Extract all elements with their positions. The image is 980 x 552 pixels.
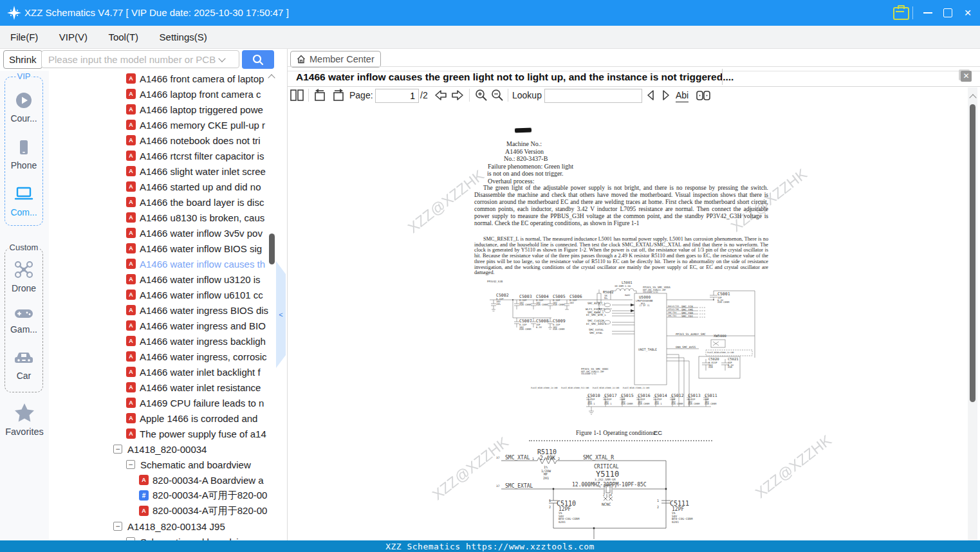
collapse-minus-icon[interactable]: − — [113, 445, 122, 454]
tree-item-label: A1466 front camera of laptop — [140, 73, 264, 84]
schematic-label: 6.3V — [536, 326, 542, 329]
toolbar-separator — [508, 89, 508, 102]
tree-item[interactable]: AA1466 slight water inlet scree — [49, 163, 287, 179]
page-number-input[interactable] — [375, 89, 419, 103]
zoom-out-icon[interactable] — [490, 88, 504, 102]
sidebar-item-phone[interactable]: Phone — [5, 138, 42, 170]
tree-item[interactable]: A820-00034-A可用于820-00 — [49, 503, 287, 519]
close-button[interactable]: × — [957, 0, 979, 26]
pdf-file-icon: A — [126, 413, 136, 423]
lookup-input[interactable] — [544, 89, 642, 103]
tree-item[interactable]: AA1466 water inflow u3120 is — [49, 271, 287, 287]
shrink-button[interactable]: Shrink — [3, 50, 42, 69]
tree-item[interactable]: AA1466 memory CKE pull-up r — [49, 117, 287, 133]
pdf-file-icon: A — [126, 336, 136, 346]
find-previous-icon[interactable] — [645, 88, 656, 102]
tree-item[interactable]: −Schematic and boardview — [49, 457, 287, 472]
tree-item-label: A1466 memory CKE pull-up r — [140, 120, 265, 131]
search-button[interactable] — [242, 50, 274, 69]
pdf-scrollbar-thumb[interactable] — [970, 104, 975, 402]
tree-item[interactable]: AA1466 water inlet resistance — [49, 380, 287, 395]
status-bar: XZZ Schematics https://www.xzztools.com — [0, 540, 980, 552]
pdf-file-icon: A — [126, 120, 136, 130]
tree-item[interactable]: AA1466 water inflow u6101 cc — [49, 287, 287, 302]
scroll-up-icon[interactable] — [969, 94, 976, 101]
rotate-left-icon[interactable] — [313, 88, 328, 102]
schematic-label: X5R-CERM — [553, 328, 564, 331]
pdf-viewer[interactable]: XZZ@XZZHK XZZ@XZZHK XZZ@XZZHK XZZ@XZZHK … — [288, 104, 968, 540]
find-next-icon[interactable] — [660, 88, 672, 102]
tree-item[interactable]: AA1466 water ingress backligh — [49, 333, 287, 349]
tree-item[interactable]: AA1466 the board layer is disc — [49, 194, 287, 210]
tree-item[interactable]: AApple 1466 is corroded and — [49, 410, 287, 426]
menu-tool[interactable]: Tool(T) — [108, 26, 138, 48]
tree-item-label: A1466 water inflow u6101 cc — [140, 290, 263, 300]
previous-page-icon[interactable] — [434, 88, 448, 102]
doc-paragraph-2: SMC_RESET_L is normal, The measured indu… — [474, 237, 768, 276]
tree-scrollbar-thumb[interactable] — [269, 234, 275, 264]
sidebar-item-game[interactable]: Gam... — [5, 306, 42, 335]
sidebar-item-car[interactable]: Car — [5, 350, 42, 381]
minimize-button[interactable] — [917, 0, 939, 26]
tree-item-label: A1466 slight water inlet scree — [140, 166, 266, 177]
tree-item[interactable]: AA1466 water ingress and BIO — [49, 318, 287, 333]
license-briefcase-icon[interactable] — [893, 7, 909, 20]
document-tab-title[interactable]: A1466 water inflow causes the green ligh… — [296, 68, 734, 86]
tree-item[interactable]: AA1466 notebook does not tri — [49, 133, 287, 148]
watermark: XZZ@XZZHK — [752, 432, 835, 502]
drone-icon — [14, 260, 33, 279]
sidebar-item-favorites[interactable]: Favorites — [0, 402, 49, 437]
tree-item[interactable]: AA1466 laptop triggered powe — [49, 102, 287, 117]
tree-item-label: A1466 rtcrst filter capacitor is — [140, 151, 264, 161]
search-input[interactable] — [41, 50, 239, 68]
sidebar-item-course[interactable]: Cour... — [5, 91, 42, 124]
close-document-icon[interactable]: ✕ — [961, 71, 972, 82]
menu-settings[interactable]: Settings(S) — [160, 26, 207, 48]
doc-line: Machine No.: — [506, 140, 542, 148]
two-page-view-icon[interactable] — [290, 88, 305, 102]
sidebar-item-drone[interactable]: Drone — [5, 260, 42, 293]
tree-item[interactable]: −Schematic and boardvie — [49, 534, 287, 540]
menu-vip[interactable]: VIP(V) — [59, 26, 88, 48]
tree-item[interactable]: AA1466 water ingress BIOS dis — [49, 302, 287, 318]
panel-collapse-handle[interactable]: < — [276, 261, 286, 368]
tree-item[interactable]: AA1469 CPU failure leads to n — [49, 395, 287, 410]
tree-item[interactable]: AThe power supply fuse of a14 — [49, 426, 287, 441]
tree-item[interactable]: −A1418_820-00034 — [49, 441, 287, 457]
collapse-minus-icon[interactable]: − — [126, 460, 135, 469]
tree-item[interactable]: AA1466 water inflow BIOS sig — [49, 241, 287, 256]
category-sidebar: VIP Cour... Phone Com — [0, 71, 50, 540]
schematic-label: 3.2X2.5MM-SM — [595, 479, 616, 482]
collapse-minus-icon[interactable]: − — [113, 522, 122, 531]
schematic-label: 5% — [604, 297, 607, 300]
tree-item[interactable]: AA1466 rtcrst filter capacitor is — [49, 148, 287, 163]
facing-pages-icon[interactable] — [695, 88, 712, 102]
tree-item[interactable]: A820-00034-A Boardview a — [49, 472, 287, 488]
rotate-right-icon[interactable] — [330, 88, 346, 102]
tree-item[interactable]: AA1466 water inflow causes th — [49, 256, 287, 271]
tree-item[interactable]: AA1466 u8130 is broken, caus — [49, 210, 287, 225]
tree-item[interactable]: AA1466 water inflow 3v5v pov — [49, 225, 287, 241]
schematic-label: X5R-1 — [654, 403, 661, 405]
pdf-file-icon: A — [126, 320, 136, 331]
schematic-label: NCNC — [602, 502, 611, 506]
schematic-label: SMC/TDI — [668, 315, 676, 317]
next-page-icon[interactable] — [450, 88, 465, 102]
schematic-label: X5R-1 — [604, 403, 611, 405]
tree-item[interactable]: AA1466 front camera of laptop — [49, 71, 287, 86]
tree-item[interactable]: −A1418_820-00134 J95 — [49, 519, 287, 534]
tree-item[interactable]: AA1466 water ingress, corrosic — [49, 349, 287, 364]
zoom-in-icon[interactable] — [474, 88, 488, 102]
sidebar-item-computer[interactable]: Com... — [5, 185, 42, 217]
schematic-label: GPIO2/TMS — [668, 309, 679, 311]
abi-text-tool[interactable]: Abi — [676, 89, 689, 102]
maximize-button[interactable] — [937, 0, 959, 26]
tree-item[interactable]: #820-00034-A可用于820-00 — [49, 488, 287, 503]
app-window: XZZ Schematics V4.77 [ VIP Due date: 202… — [0, 0, 980, 552]
member-center-button[interactable]: Member Center — [290, 51, 381, 68]
tree-item[interactable]: AA1466 water inlet backlight f — [49, 364, 287, 380]
tree-item[interactable]: AA1466 started up and did no — [49, 179, 287, 194]
pdf-file-icon: A — [126, 104, 136, 115]
menu-file[interactable]: File(F) — [10, 26, 38, 48]
tree-item[interactable]: AA1466 laptop front camera c — [49, 86, 287, 102]
